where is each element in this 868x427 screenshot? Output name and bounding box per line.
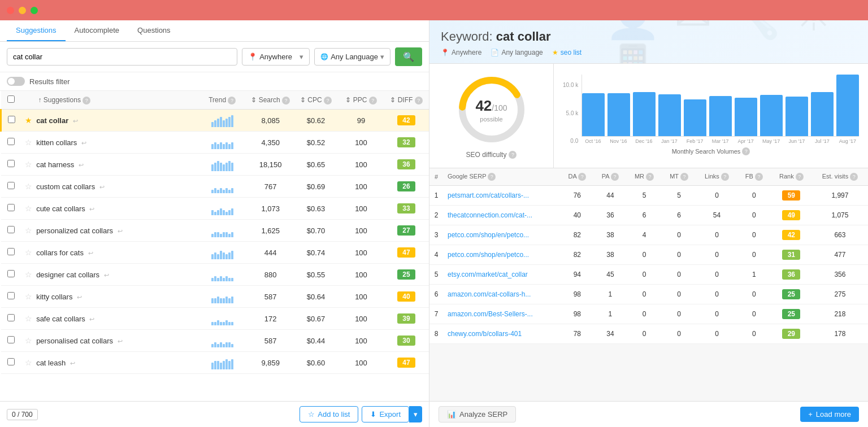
favorite-star[interactable]: ☆: [25, 160, 32, 169]
serp-col-rank-diff: Rank ?: [771, 168, 812, 186]
favorite-star[interactable]: ★: [25, 116, 32, 125]
trend-bar: [231, 344, 233, 347]
chart-info-icon[interactable]: ?: [742, 147, 750, 155]
row-checkbox[interactable]: [7, 182, 15, 189]
load-more-button[interactable]: + Load more: [800, 407, 859, 422]
select-all-checkbox[interactable]: [7, 95, 15, 103]
plus-icon: +: [808, 410, 813, 419]
row-checkbox[interactable]: [7, 226, 15, 233]
row-checkbox[interactable]: [8, 116, 15, 123]
keyword-text: kitten collars: [36, 138, 77, 147]
tab-autocomplete[interactable]: Autocomplete: [66, 20, 129, 41]
serp-col-mr: MR ?: [627, 168, 662, 186]
y-label-bot: 0.0: [563, 138, 578, 144]
trend-bar: [225, 276, 228, 281]
keyword-link-icon[interactable]: ↩: [73, 117, 78, 124]
tab-suggestions[interactable]: Suggestions: [7, 20, 66, 41]
row-checkbox[interactable]: [7, 160, 15, 167]
favorite-star[interactable]: ☆: [25, 248, 32, 257]
trend-bar: [214, 298, 216, 303]
serp-url-link[interactable]: etsy.com/market/cat_collar: [448, 271, 528, 278]
row-checkbox[interactable]: [7, 358, 15, 365]
serp-url-link[interactable]: petco.com/shop/en/petco...: [448, 251, 529, 259]
keyword-link-icon[interactable]: ↩: [77, 294, 82, 300]
favorite-star[interactable]: ☆: [25, 138, 32, 147]
row-checkbox[interactable]: [7, 270, 15, 277]
seo-info-icon[interactable]: ?: [509, 151, 517, 159]
favorite-star[interactable]: ☆: [25, 270, 32, 279]
serp-table-container[interactable]: # Google SERP ? DA ? PA ? MR ? MT ? Link…: [429, 168, 868, 401]
serp-pa: 45: [594, 265, 627, 285]
minimize-button[interactable]: [19, 7, 26, 14]
search-vol-cell: 587: [248, 286, 293, 308]
favorite-star[interactable]: ☆: [25, 182, 32, 191]
serp-mr: 0: [627, 324, 662, 344]
language-select[interactable]: 🌐 Any Language ▾: [314, 48, 390, 66]
export-button[interactable]: ⬇ Export: [362, 406, 409, 422]
meta-seo-list[interactable]: ★ seo list: [552, 49, 581, 56]
chart-bar: [811, 92, 834, 136]
keyword-link-icon[interactable]: ↩: [118, 228, 123, 234]
title-bar: [0, 0, 868, 20]
tab-questions[interactable]: Questions: [128, 20, 180, 41]
keyword-link-icon[interactable]: ↩: [81, 140, 86, 146]
location-select[interactable]: 📍 Anywhere ▾: [242, 48, 310, 66]
meta-language: 📄 Any language: [491, 49, 542, 56]
filter-toggle[interactable]: [7, 77, 25, 86]
keyword-link-icon[interactable]: ↩: [89, 206, 94, 212]
chart-x-label: Nov '16: [607, 138, 630, 144]
diff-cell: 26: [384, 176, 429, 198]
add-to-list-button[interactable]: ☆ Add to list: [300, 406, 358, 422]
trend-bar: [211, 254, 214, 259]
keyword-link-icon[interactable]: ↩: [88, 250, 93, 256]
trend-bar: [217, 161, 219, 171]
diff-badge: 47: [397, 358, 415, 368]
keyword-link-icon[interactable]: ↩: [89, 316, 94, 323]
keyword-link-icon[interactable]: ↩: [118, 338, 123, 345]
keyword-text: personalized cat collars: [36, 226, 113, 235]
serp-url-link[interactable]: petsmart.com/cat/collars-...: [448, 191, 529, 199]
filter-label[interactable]: Results filter: [29, 77, 70, 86]
keyword-link-icon[interactable]: ↩: [99, 184, 105, 190]
maximize-button[interactable]: [31, 7, 38, 14]
favorite-star[interactable]: ☆: [25, 226, 32, 235]
row-checkbox[interactable]: [7, 248, 15, 255]
favorite-star[interactable]: ☆: [25, 292, 32, 301]
serp-url-link[interactable]: amazon.com/Best-Sellers-...: [448, 310, 533, 318]
favorite-star[interactable]: ☆: [25, 204, 32, 213]
keyword-link-icon[interactable]: ↩: [70, 360, 75, 367]
favorite-star[interactable]: ☆: [25, 358, 32, 367]
trend-bar: [214, 163, 216, 171]
serp-diff-badge: 42: [782, 230, 800, 240]
row-checkbox[interactable]: [7, 138, 15, 145]
tabs-bar: Suggestions Autocomplete Questions: [0, 20, 429, 42]
row-checkbox[interactable]: [7, 292, 15, 299]
export-dropdown-button[interactable]: ▾: [409, 406, 422, 422]
serp-url-link[interactable]: petco.com/shop/en/petco...: [448, 231, 529, 239]
keyword-link-icon[interactable]: ↩: [104, 272, 109, 278]
search-button[interactable]: 🔍: [395, 47, 422, 66]
close-button[interactable]: [7, 7, 14, 14]
search-input[interactable]: [7, 48, 237, 66]
row-checkbox[interactable]: [7, 314, 15, 321]
row-checkbox[interactable]: [7, 336, 15, 343]
serp-url-link[interactable]: thecatconnection.com/cat-...: [448, 211, 532, 219]
serp-url-link[interactable]: amazon.com/cat-collars-h...: [448, 290, 531, 298]
serp-fb: 0: [737, 304, 771, 324]
serp-mt: 0: [662, 304, 696, 324]
serp-mr: 5: [627, 186, 662, 206]
serp-url-link[interactable]: chewy.com/b/collars-401: [448, 330, 522, 338]
serp-col-url: Google SERP ?: [443, 168, 561, 186]
row-checkbox[interactable]: [7, 204, 15, 211]
trend-cell: [197, 286, 248, 308]
favorite-star[interactable]: ☆: [25, 314, 32, 323]
serp-mr: 0: [627, 285, 662, 304]
search-vol-cell: 8,085: [248, 110, 293, 132]
keyword-link-icon[interactable]: ↩: [79, 162, 84, 168]
results-count: 0 / 700: [7, 409, 38, 420]
donut-chart: 42/100 possible: [455, 73, 528, 146]
diff-cell: 39: [384, 308, 429, 330]
trend-bar: [214, 342, 216, 347]
favorite-star[interactable]: ☆: [25, 336, 32, 345]
analyze-serp-button[interactable]: 📊 Analyze SERP: [439, 406, 516, 422]
